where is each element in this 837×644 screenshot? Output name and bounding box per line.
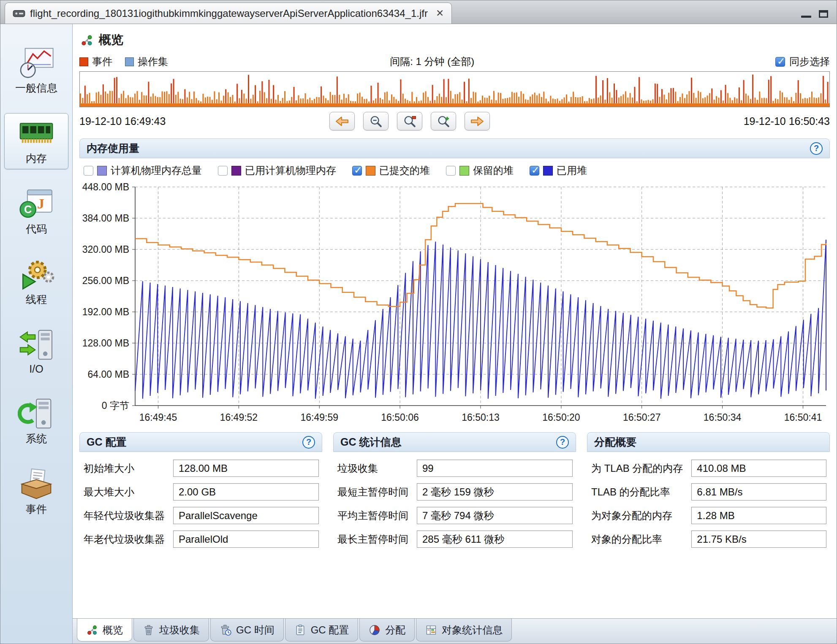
panel-title: GC 配置 bbox=[87, 435, 126, 449]
svg-text:16:50:27: 16:50:27 bbox=[623, 412, 661, 423]
editor-tab-jfr[interactable]: flight_recording_180131iogithubkimmkingg… bbox=[5, 3, 452, 24]
events-icon bbox=[18, 468, 55, 500]
sidebar-item-threads[interactable]: 线程 bbox=[4, 254, 68, 310]
series-checkbox[interactable] bbox=[530, 166, 539, 176]
series-label: 已用堆 bbox=[557, 164, 587, 177]
trash-clock-icon bbox=[220, 624, 231, 636]
panel-title: GC 统计信息 bbox=[340, 435, 401, 449]
sidebar-item-memory[interactable]: 内存 bbox=[4, 113, 68, 169]
interval-label: 间隔: 1 分钟 (全部) bbox=[390, 55, 474, 68]
bottom-tab-object-stats[interactable]: 对象统计信息 bbox=[416, 619, 512, 641]
field-value[interactable]: 21.75 KB/s bbox=[691, 530, 826, 548]
zoom-in-button[interactable] bbox=[431, 112, 456, 130]
series-checkbox[interactable] bbox=[218, 166, 228, 176]
general-info-icon bbox=[18, 47, 55, 78]
svg-text:128.00 MB: 128.00 MB bbox=[82, 338, 129, 349]
zoom-in-icon bbox=[435, 115, 451, 128]
window-controls bbox=[801, 9, 837, 24]
series-checkbox[interactable] bbox=[84, 166, 93, 176]
field-value[interactable]: 7 毫秒 794 微秒 bbox=[417, 507, 573, 524]
zoom-selection-button[interactable] bbox=[397, 112, 422, 130]
bottom-tab-label: 分配 bbox=[385, 623, 405, 637]
field-value[interactable]: 1.28 MB bbox=[691, 507, 826, 524]
code-icon: JC bbox=[18, 188, 55, 219]
forward-button[interactable] bbox=[465, 112, 490, 130]
help-icon[interactable]: ? bbox=[302, 436, 315, 449]
series-toggle-total-physical-memory[interactable]: 计算机物理内存总量 bbox=[84, 164, 202, 177]
memory-usage-chart[interactable]: 448.00 MB384.00 MB320.00 MB256.00 MB192.… bbox=[79, 181, 829, 428]
legend-events-swatch bbox=[79, 57, 88, 66]
tab-title: flight_recording_180131iogithubkimmkingg… bbox=[30, 8, 428, 19]
content-area: 一般信息内存JC代码线程I/O系统事件 概览 事件操作集 间隔: 1 分钟 (全… bbox=[0, 24, 837, 644]
allocation-summary-panel: 分配概要为 TLAB 分配的内存410.08 MBTLAB 的分配比率6.81 … bbox=[587, 432, 830, 550]
field-value[interactable]: 6.81 MB/s bbox=[691, 483, 826, 501]
alloc-summary-fields: 为 TLAB 分配的内存410.08 MBTLAB 的分配比率6.81 MB/s… bbox=[587, 452, 830, 550]
field-value[interactable]: 285 毫秒 611 微秒 bbox=[417, 530, 573, 548]
sidebar-item-system[interactable]: 系统 bbox=[4, 393, 68, 449]
bottom-tab-label: 垃圾收集 bbox=[159, 623, 200, 637]
maximize-button[interactable] bbox=[819, 9, 828, 18]
svg-text:16:50:20: 16:50:20 bbox=[542, 412, 580, 423]
legend-operative-set-swatch bbox=[125, 57, 134, 66]
svg-text:0 字节: 0 字节 bbox=[102, 400, 129, 411]
bottom-tab-gc-config[interactable]: GC 配置 bbox=[285, 619, 359, 641]
main-content: 概览 事件操作集 间隔: 1 分钟 (全部) 同步选择 19-12-10 16:… bbox=[73, 24, 837, 644]
svg-text:16:49:45: 16:49:45 bbox=[139, 412, 177, 423]
back-button[interactable] bbox=[329, 112, 355, 130]
series-color-swatch bbox=[97, 166, 107, 176]
field-label: 对象的分配比率 bbox=[591, 533, 683, 546]
zoom-out-icon bbox=[368, 115, 384, 128]
series-toggle-used-heap[interactable]: 已用堆 bbox=[530, 164, 587, 177]
field-value[interactable]: ParallelOld bbox=[173, 530, 319, 548]
sidebar-item-io[interactable]: I/O bbox=[4, 325, 68, 379]
trash-icon bbox=[143, 624, 155, 636]
series-color-swatch bbox=[459, 166, 469, 176]
bottom-tab-overview[interactable]: 概览 bbox=[77, 619, 132, 641]
sidebar-item-general[interactable]: 一般信息 bbox=[4, 43, 68, 99]
sidebar-item-events[interactable]: 事件 bbox=[4, 464, 68, 520]
svg-text:192.00 MB: 192.00 MB bbox=[82, 306, 129, 317]
bottom-tab-gc-time[interactable]: GC 时间 bbox=[210, 619, 284, 641]
svg-text:16:50:41: 16:50:41 bbox=[784, 412, 822, 423]
overview-icon bbox=[86, 624, 98, 636]
bottom-tab-garbage-collection[interactable]: 垃圾收集 bbox=[133, 619, 209, 641]
gc-stats-panel: GC 统计信息?垃圾收集99最短主暂停时间2 毫秒 159 微秒平均主暂停时间7… bbox=[333, 432, 576, 550]
arrow-right-icon bbox=[469, 115, 485, 128]
sidebar-item-label: 内存 bbox=[26, 152, 47, 165]
series-checkbox[interactable] bbox=[446, 166, 456, 176]
field-value[interactable]: 128.00 MB bbox=[173, 460, 319, 477]
help-icon[interactable]: ? bbox=[556, 436, 569, 449]
threads-icon bbox=[18, 259, 55, 290]
field-value[interactable]: ParallelScavenge bbox=[173, 507, 319, 524]
sidebar-item-code[interactable]: JC代码 bbox=[4, 184, 68, 240]
sync-selection-toggle[interactable]: 同步选择 bbox=[775, 55, 830, 68]
sync-selection-checkbox[interactable] bbox=[775, 57, 785, 67]
memory-series-toggles: 计算机物理内存总量已用计算机物理内存已提交的堆保留的堆已用堆 bbox=[79, 158, 830, 181]
legend-label: 操作集 bbox=[138, 55, 168, 68]
gc-config-header: GC 配置? bbox=[79, 432, 322, 452]
alloc-summary-header: 分配概要 bbox=[587, 432, 830, 452]
series-toggle-used-physical-memory[interactable]: 已用计算机物理内存 bbox=[218, 164, 336, 177]
svg-text:448.00 MB: 448.00 MB bbox=[82, 181, 129, 192]
minimize-button[interactable] bbox=[801, 9, 811, 18]
event-timeline-strip[interactable] bbox=[79, 71, 830, 107]
field-value[interactable]: 410.08 MB bbox=[691, 460, 826, 477]
series-toggle-committed-heap[interactable]: 已提交的堆 bbox=[352, 164, 430, 177]
overview-icon bbox=[80, 34, 93, 47]
bottom-tab-label: GC 时间 bbox=[236, 623, 274, 637]
clipboard-icon bbox=[294, 624, 306, 636]
field-value[interactable]: 99 bbox=[417, 460, 573, 477]
timeline-nav-buttons bbox=[329, 112, 490, 130]
tab-close-icon[interactable]: ✕ bbox=[436, 8, 444, 19]
help-icon[interactable]: ? bbox=[810, 142, 823, 155]
pie-chart-icon bbox=[369, 624, 380, 636]
zoom-out-button[interactable] bbox=[363, 112, 389, 130]
timeline-legend-row: 事件操作集 间隔: 1 分钟 (全部) 同步选择 bbox=[79, 52, 830, 71]
field-value[interactable]: 2.00 GB bbox=[173, 483, 319, 501]
bottom-tab-allocation[interactable]: 分配 bbox=[359, 619, 415, 641]
series-checkbox[interactable] bbox=[352, 166, 362, 176]
series-toggle-reserved-heap[interactable]: 保留的堆 bbox=[446, 164, 514, 177]
bottom-tab-bar: 概览垃圾收集GC 时间GC 配置分配对象统计信息 bbox=[73, 618, 837, 644]
summary-panels: GC 配置?初始堆大小128.00 MB最大堆大小2.00 GB年轻代垃圾收集器… bbox=[79, 432, 830, 550]
field-value[interactable]: 2 毫秒 159 微秒 bbox=[417, 483, 573, 501]
